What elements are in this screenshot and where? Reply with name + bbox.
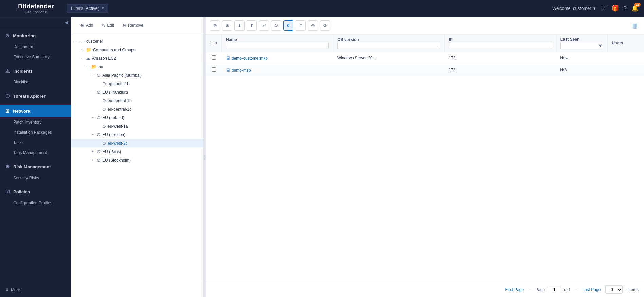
transfer2-button[interactable]: ↻ <box>271 20 281 31</box>
cell-os: Windows Server 20... <box>333 52 445 64</box>
sidebar-group-network[interactable]: ⊞ Network <box>0 105 71 117</box>
select-all-checkbox[interactable] <box>210 41 214 45</box>
tree-toggle-amazon-ec2[interactable]: − <box>79 56 84 60</box>
reload-button[interactable]: ⟳ <box>320 20 330 31</box>
tree-label-eu-paris: EU (Paris) <box>102 149 201 154</box>
sidebar-group-incidents[interactable]: ⚠ Incidents <box>0 65 71 77</box>
tree-node-eu-central-1b[interactable]: ⊙eu-central-1b <box>71 96 203 105</box>
row-checkbox-row-1[interactable] <box>212 55 216 60</box>
sidebar-item-tasks[interactable]: Tasks <box>0 137 71 148</box>
transfer-button[interactable]: ⇄ <box>259 20 269 31</box>
sidebar-item-executive-summary[interactable]: Executive Summary <box>0 52 71 62</box>
tree-node-computers-groups[interactable]: +📁Computers and Groups <box>71 45 203 54</box>
sidebar-item-tags-management[interactable]: Tags Management <box>0 148 71 158</box>
sidebar-section-risk: ⚙ Risk Management Security Risks <box>0 159 71 184</box>
tree-node-eu-paris[interactable]: +⊙EU (Paris) <box>71 147 203 156</box>
sidebar-item-security-risks[interactable]: Security Risks <box>0 173 71 183</box>
sidebar-group-monitoring[interactable]: ⊙ Monitoring <box>0 30 71 42</box>
tree-icon-customer: ▭ <box>80 39 85 44</box>
filter-label: Filters (Active) <box>71 6 99 11</box>
zero-button[interactable]: 0 <box>283 20 293 31</box>
sidebar-group-policies[interactable]: ☑ Policies <box>0 186 71 198</box>
shield-icon[interactable]: 🛡 <box>601 5 607 12</box>
page-size-select[interactable]: 20 50 100 <box>605 285 623 294</box>
tree-toggle-computers-groups[interactable]: + <box>79 48 84 52</box>
help-icon[interactable]: ? <box>624 5 627 12</box>
table-row[interactable]: 🖥 demo-customermkpWindows Server 20...17… <box>206 52 644 64</box>
tree-toggle-eu-stockholm[interactable]: + <box>90 158 95 162</box>
tree-toggle-bu[interactable]: − <box>85 65 90 69</box>
tree-node-eu-london[interactable]: −⊙EU (London) <box>71 130 203 139</box>
device-name-link-row-1[interactable]: demo-customermkp <box>232 56 268 61</box>
col-last-seen-filter <box>560 42 604 49</box>
edit-button[interactable]: ✎ Edit <box>98 21 118 30</box>
tree-toggle-eu-paris[interactable]: + <box>90 150 95 153</box>
tree-node-eu-west-1a[interactable]: ⊙eu-west-1a <box>71 122 203 130</box>
monitoring-icon: ⊙ <box>5 33 10 38</box>
sidebar-item-installation-packages[interactable]: Installation Packages <box>0 127 71 137</box>
sidebar-item-dashboard[interactable]: Dashboard <box>0 42 71 52</box>
tree-toggle-eu-frankfurt[interactable]: − <box>90 90 95 94</box>
first-page-button[interactable]: First Page <box>503 286 526 293</box>
tree-label-bu: bu <box>99 64 201 69</box>
hash-button[interactable]: # <box>296 20 306 31</box>
tree-toggle-asia-pacific[interactable]: − <box>90 73 95 77</box>
logo-title: Bitdefender <box>18 3 54 10</box>
tree-toggle-eu-london[interactable]: − <box>90 133 95 136</box>
table-row[interactable]: 🖥 demo-msp172.N/A <box>206 64 644 76</box>
sidebar-item-configuration-profiles[interactable]: Configuration Profiles <box>0 198 71 208</box>
gift-icon[interactable]: 🎁 <box>612 5 619 12</box>
sidebar-item-blocklist[interactable]: Blocklist <box>0 77 71 87</box>
sidebar-bottom: ⬇ More <box>0 283 71 297</box>
sidebar-section-monitoring: ⊙ Monitoring Dashboard Executive Summary <box>0 28 71 63</box>
sidebar-group-threats[interactable]: ⬡ Threats Xplorer <box>0 90 71 102</box>
scan-icon: ⊛ <box>213 23 217 28</box>
tree-node-eu-ireland[interactable]: −⊙EU (Ireland) <box>71 113 203 122</box>
dropdown-arrow-icon[interactable]: ▾ <box>216 41 217 45</box>
last-page-button[interactable]: Last Page <box>580 286 603 293</box>
tree-node-eu-frankfurt[interactable]: −⊙EU (Frankfurt) <box>71 88 203 96</box>
tree-node-bu[interactable]: −📂bu <box>71 62 203 71</box>
action-button[interactable]: ⊕ <box>222 20 232 31</box>
tree-node-amazon-ec2[interactable]: −☁Amazon EC2 <box>71 54 203 62</box>
row-checkbox-row-2[interactable] <box>212 67 216 72</box>
device-name-link-row-2[interactable]: demo-msp <box>232 68 251 73</box>
tree-node-customer[interactable]: −▭customer <box>71 37 203 45</box>
tree-node-ap-south-1b[interactable]: ⊙ap-south-1b <box>71 79 203 88</box>
column-view-button[interactable]: ||| <box>630 21 640 30</box>
tree-node-asia-pacific[interactable]: −⊙Asia Pacific (Mumbai) <box>71 71 203 79</box>
tree-toggle-eu-ireland[interactable]: − <box>90 116 95 119</box>
more-button[interactable]: ⬇ More <box>5 285 66 294</box>
tree-icon-amazon-ec2: ☁ <box>86 56 90 61</box>
tree-node-eu-stockholm[interactable]: +⊙EU (Stockholm) <box>71 156 203 164</box>
minus-button[interactable]: ⊖ <box>308 20 318 31</box>
tree-node-eu-west-2c[interactable]: ⊙eu-west-2c <box>71 139 203 147</box>
notification-icon[interactable]: 🔔 16 <box>631 5 639 12</box>
sidebar-collapse-button[interactable]: ◀ <box>65 20 68 25</box>
tree-icon-eu-london: ⊙ <box>97 132 101 137</box>
ip-filter-input[interactable] <box>449 42 552 49</box>
col-name: Name <box>222 34 333 52</box>
sidebar-group-incidents-label: Incidents <box>13 69 33 74</box>
last-seen-filter-select[interactable] <box>560 42 604 49</box>
os-filter-input[interactable] <box>337 42 440 49</box>
tree-toggle-customer[interactable]: − <box>74 39 79 43</box>
name-filter-input[interactable] <box>226 42 329 49</box>
pagination: First Page ← Page of 1 → Last Page 20 50… <box>206 282 644 297</box>
add-button[interactable]: ⊕ Add <box>77 21 96 30</box>
upload-button[interactable]: ⬆ <box>247 20 257 31</box>
tree-label-eu-west-1a: eu-west-1a <box>108 124 201 129</box>
page-number-input[interactable] <box>548 286 561 293</box>
welcome-button[interactable]: Welcome, customer ▾ <box>552 6 596 11</box>
scan-button[interactable]: ⊛ <box>210 20 220 31</box>
sidebar-group-risk[interactable]: ⚙ Risk Management <box>0 161 71 173</box>
remove-button[interactable]: ⊖ Remove <box>119 21 147 30</box>
download-button[interactable]: ⬇ <box>234 20 245 31</box>
filter-button[interactable]: Filters (Active) ▾ <box>67 4 108 13</box>
tree-icon-asia-pacific: ⊙ <box>97 73 101 78</box>
risk-icon: ⚙ <box>5 164 10 169</box>
tree-icon-bu: 📂 <box>91 64 97 69</box>
sidebar-item-patch-inventory[interactable]: Patch Inventory <box>0 117 71 127</box>
column-view-icon: ||| <box>632 23 638 29</box>
tree-node-eu-central-1c[interactable]: ⊙eu-central-1c <box>71 105 203 113</box>
